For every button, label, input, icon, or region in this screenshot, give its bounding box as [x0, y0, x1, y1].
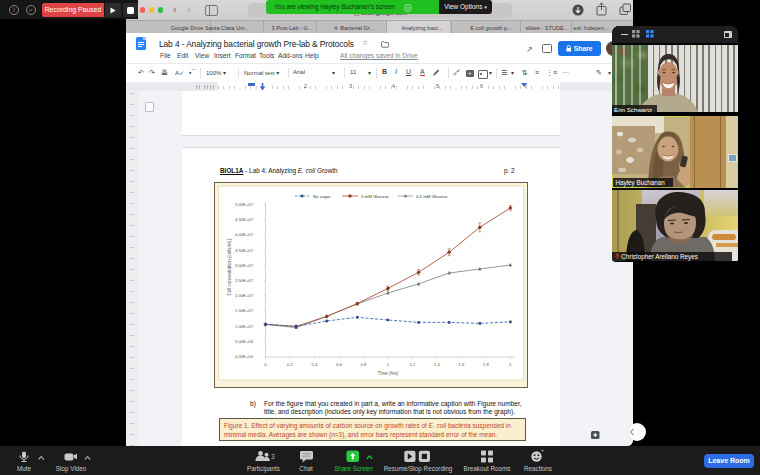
svg-text:+: +: [541, 447, 544, 453]
svg-text:3: 3: [271, 453, 275, 460]
